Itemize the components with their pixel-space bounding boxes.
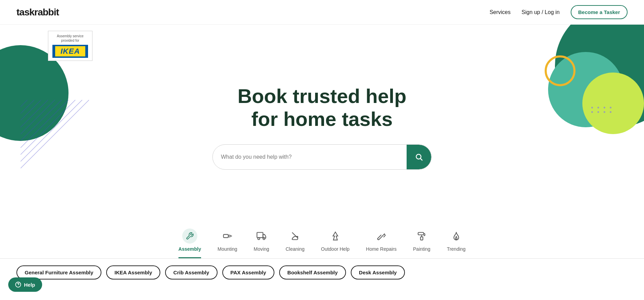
become-tasker-button[interactable]: Become a Tasker	[571, 5, 628, 19]
help-icon	[15, 282, 21, 286]
svg-line-8	[21, 100, 34, 114]
ikea-badge-text: Assembly service provided for	[52, 34, 88, 43]
tools-icon	[182, 229, 197, 244]
fire-icon	[449, 229, 464, 244]
signup-login-link[interactable]: Sign up / Log in	[522, 9, 560, 15]
navbar: taskrabbit Services Sign up / Log in Bec…	[0, 0, 644, 25]
ikea-logo-box: IKEA	[52, 45, 88, 58]
svg-rect-18	[418, 233, 424, 235]
ikea-badge: Assembly service provided for IKEA	[48, 31, 92, 61]
svg-point-15	[258, 238, 260, 240]
category-item-trending[interactable]: Trending	[447, 229, 466, 258]
category-item-cleaning[interactable]: Cleaning	[286, 229, 305, 258]
svg-line-3	[21, 100, 69, 148]
broom-icon	[287, 229, 302, 244]
help-button[interactable]: Help	[8, 277, 42, 286]
svg-line-2	[21, 100, 75, 155]
svg-rect-12	[223, 234, 228, 237]
svg-line-1	[21, 100, 82, 161]
category-label-assembly: Assembly	[178, 246, 201, 252]
tree-icon	[328, 229, 343, 244]
decor-lines-left	[21, 100, 89, 168]
hero-title: Book trusted help for home tasks	[237, 85, 406, 130]
search-icon	[415, 153, 423, 161]
category-item-painting[interactable]: Painting	[413, 229, 431, 258]
paintroller-icon	[414, 229, 429, 244]
hero-content: Book trusted help for home tasks	[237, 85, 406, 130]
logo[interactable]: taskrabbit	[16, 7, 59, 18]
category-label-moving: Moving	[254, 246, 269, 252]
subcategory-pill[interactable]: Desk Assembly	[351, 265, 405, 279]
category-label-trending: Trending	[447, 246, 466, 252]
subcategories-bar: General Furniture AssemblyIKEA AssemblyC…	[0, 259, 644, 286]
svg-rect-14	[257, 233, 263, 238]
drill-icon	[220, 229, 235, 244]
svg-line-6	[21, 100, 48, 127]
svg-point-16	[263, 238, 265, 240]
search-bar	[212, 144, 432, 170]
subcategory-pill[interactable]: Crib Assembly	[165, 265, 217, 279]
subcategory-pill[interactable]: PAX Assembly	[222, 265, 274, 279]
svg-line-9	[21, 100, 27, 107]
svg-point-10	[416, 154, 421, 159]
category-item-moving[interactable]: Moving	[254, 229, 269, 258]
search-button[interactable]	[407, 145, 431, 169]
category-item-home-repairs[interactable]: Home Repairs	[366, 229, 396, 258]
subcategory-pill[interactable]: IKEA Assembly	[106, 265, 160, 279]
decor-circle-outline	[545, 55, 575, 86]
search-input[interactable]	[213, 148, 407, 166]
category-item-outdoor-help[interactable]: Outdoor Help	[321, 229, 349, 258]
category-label-cleaning: Cleaning	[286, 246, 305, 252]
categories-bar: AssemblyMountingMovingCleaningOutdoor He…	[0, 219, 644, 259]
category-item-assembly[interactable]: Assembly	[178, 229, 201, 258]
category-item-mounting[interactable]: Mounting	[218, 229, 237, 258]
category-label-outdoor-help: Outdoor Help	[321, 246, 349, 252]
subcategory-pill[interactable]: Bookshelf Assembly	[279, 265, 346, 279]
services-link[interactable]: Services	[490, 9, 510, 15]
svg-line-4	[21, 100, 62, 141]
decor-circle-right-lime	[582, 73, 644, 134]
svg-line-11	[421, 158, 423, 160]
ikea-logo: IKEA	[55, 46, 85, 56]
category-label-mounting: Mounting	[218, 246, 237, 252]
hammer-icon	[374, 229, 389, 244]
svg-rect-20	[421, 237, 423, 240]
category-label-home-repairs: Home Repairs	[366, 246, 396, 252]
category-label-painting: Painting	[413, 246, 431, 252]
svg-line-5	[21, 100, 55, 134]
nav-links: Services Sign up / Log in Become a Taske…	[490, 5, 628, 19]
hero-section: Assembly service provided for IKEA	[0, 25, 644, 216]
truck-icon	[254, 229, 269, 244]
decor-dots	[591, 107, 613, 113]
